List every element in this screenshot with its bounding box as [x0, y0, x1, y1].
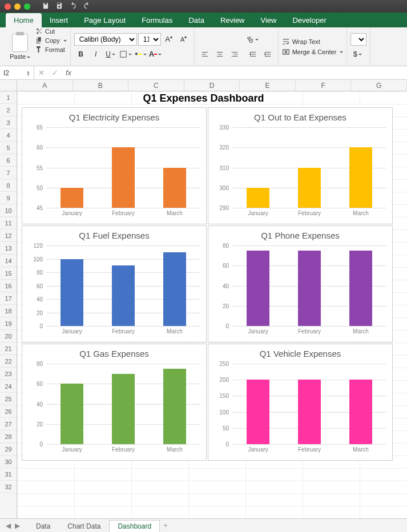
align-left-button[interactable] — [198, 48, 212, 61]
underline-button[interactable]: U — [104, 48, 118, 61]
align-bottom-button[interactable] — [228, 33, 241, 46]
number-format-select[interactable]: Ge — [350, 33, 366, 46]
orientation-button[interactable]: ab — [246, 33, 260, 46]
row-header[interactable]: 17 — [0, 292, 17, 305]
chart-panel[interactable]: Q1 Out to Eat Expenses290300310320330Jan… — [208, 107, 393, 224]
redo-icon[interactable] — [83, 2, 91, 11]
copy-button[interactable]: Copy — [35, 37, 67, 44]
cell-grid[interactable]: Q1 Expenses Dashboard Q1 Electricity Exp… — [17, 91, 407, 518]
row-header[interactable]: 8 — [0, 179, 17, 192]
row-header[interactable]: 3 — [0, 116, 17, 129]
add-sheet-button[interactable]: ＋ — [160, 521, 171, 530]
column-headers[interactable]: ABCDEFG — [17, 80, 407, 91]
tab-view[interactable]: View — [253, 13, 285, 27]
row-header[interactable]: 26 — [0, 405, 17, 418]
col-header[interactable]: A — [17, 80, 73, 91]
border-button[interactable] — [119, 48, 132, 61]
row-header[interactable]: 21 — [0, 342, 17, 355]
chart-panel[interactable]: Q1 Electricity Expenses4550556065January… — [22, 107, 207, 224]
minimize-window-button[interactable] — [14, 3, 21, 10]
row-header[interactable]: 24 — [0, 380, 17, 393]
paste-button[interactable]: Paste — [7, 27, 33, 66]
row-headers[interactable]: 1234567891011121314151617181920212223242… — [0, 91, 17, 518]
italic-button[interactable]: I — [89, 48, 103, 61]
row-header[interactable]: 1 — [0, 91, 17, 104]
save-icon[interactable] — [42, 2, 50, 11]
tab-insert[interactable]: Insert — [42, 13, 76, 27]
row-header[interactable]: 5 — [0, 142, 17, 154]
col-header[interactable]: C — [128, 80, 184, 91]
sheet-tab-chart-data[interactable]: Chart Data — [59, 520, 109, 533]
tab-review[interactable]: Review — [212, 13, 253, 27]
close-window-button[interactable] — [5, 3, 11, 10]
row-header[interactable]: 2 — [0, 104, 17, 116]
tab-page-layout[interactable]: Page Layout — [76, 13, 134, 27]
zoom-window-button[interactable] — [24, 3, 30, 10]
currency-button[interactable]: $ — [350, 48, 364, 61]
row-header[interactable]: 7 — [0, 167, 17, 179]
cancel-formula-icon[interactable]: ✕ — [34, 68, 48, 77]
font-color-button[interactable]: A — [148, 48, 162, 61]
tab-data[interactable]: Data — [180, 13, 212, 27]
row-header[interactable]: 31 — [0, 468, 17, 481]
sheet-tab-dashboard[interactable]: Dashboard — [109, 520, 160, 533]
row-header[interactable]: 9 — [0, 192, 17, 204]
chart-panel[interactable]: Q1 Vehicle Expenses050100150200250Januar… — [208, 344, 393, 461]
row-header[interactable]: 11 — [0, 217, 17, 229]
merge-center-button[interactable]: Merge & Center — [282, 48, 344, 56]
col-header[interactable]: G — [351, 80, 407, 91]
align-right-button[interactable] — [228, 48, 241, 61]
col-header[interactable]: E — [240, 80, 296, 91]
tab-formulas[interactable]: Formulas — [134, 13, 180, 27]
row-header[interactable]: 22 — [0, 355, 17, 368]
bold-button[interactable]: B — [74, 48, 88, 61]
increase-font-button[interactable]: A▴ — [162, 33, 176, 46]
row-header[interactable]: 25 — [0, 393, 17, 405]
increase-indent-button[interactable] — [261, 48, 275, 61]
tab-developer[interactable]: Developer — [284, 13, 334, 27]
sheet-nav-next[interactable]: ▶ — [13, 522, 22, 530]
decrease-indent-button[interactable] — [246, 48, 260, 61]
row-header[interactable]: 6 — [0, 154, 17, 167]
chart-panel[interactable]: Q1 Phone Expenses020406080JanuaryFebruar… — [208, 225, 393, 342]
font-size-select[interactable]: 11 — [138, 33, 161, 46]
confirm-formula-icon[interactable]: ✓ — [48, 68, 62, 77]
row-header[interactable]: 13 — [0, 242, 17, 255]
row-header[interactable]: 14 — [0, 255, 17, 267]
row-header[interactable]: 10 — [0, 204, 17, 217]
col-header[interactable]: D — [184, 80, 240, 91]
formula-input[interactable] — [75, 69, 407, 77]
row-header[interactable]: 12 — [0, 229, 17, 242]
row-header[interactable]: 19 — [0, 317, 17, 330]
row-header[interactable]: 15 — [0, 267, 17, 280]
align-top-button[interactable] — [198, 33, 212, 46]
row-header[interactable]: 20 — [0, 330, 17, 342]
tab-home[interactable]: Home — [6, 13, 42, 27]
row-header[interactable]: 27 — [0, 418, 17, 430]
cut-button[interactable]: Cut — [35, 27, 67, 35]
col-header[interactable]: F — [296, 80, 352, 91]
row-header[interactable]: 4 — [0, 129, 17, 142]
row-header[interactable]: 30 — [0, 456, 17, 468]
wrap-text-button[interactable]: Wrap Text — [282, 38, 344, 46]
row-header[interactable]: 32 — [0, 481, 17, 493]
font-name-select[interactable]: Calibri (Body) — [74, 33, 137, 46]
row-header[interactable]: 18 — [0, 305, 17, 317]
select-all-corner[interactable] — [0, 80, 17, 91]
row-header[interactable]: 28 — [0, 430, 17, 443]
row-header[interactable]: 16 — [0, 280, 17, 292]
chart-panel[interactable]: Q1 Fuel Expenses020406080100120JanuaryFe… — [22, 225, 207, 342]
sheet-tab-data[interactable]: Data — [27, 520, 59, 533]
chart-panel[interactable]: Q1 Gas Expenses020406080JanuaryFebruaryM… — [22, 344, 207, 461]
align-center-button[interactable] — [213, 48, 227, 61]
align-middle-button[interactable] — [213, 33, 227, 46]
col-header[interactable]: B — [73, 80, 129, 91]
undo-icon[interactable] — [69, 2, 77, 11]
decrease-font-button[interactable]: A▾ — [177, 33, 191, 46]
format-painter-button[interactable]: Format — [35, 46, 67, 53]
row-header[interactable]: 23 — [0, 368, 17, 380]
fill-color-button[interactable] — [134, 48, 147, 61]
row-header[interactable]: 29 — [0, 443, 17, 456]
sheet-nav-prev[interactable]: ◀ — [3, 522, 13, 530]
name-box[interactable]: I2 ▲▼ — [0, 67, 34, 79]
